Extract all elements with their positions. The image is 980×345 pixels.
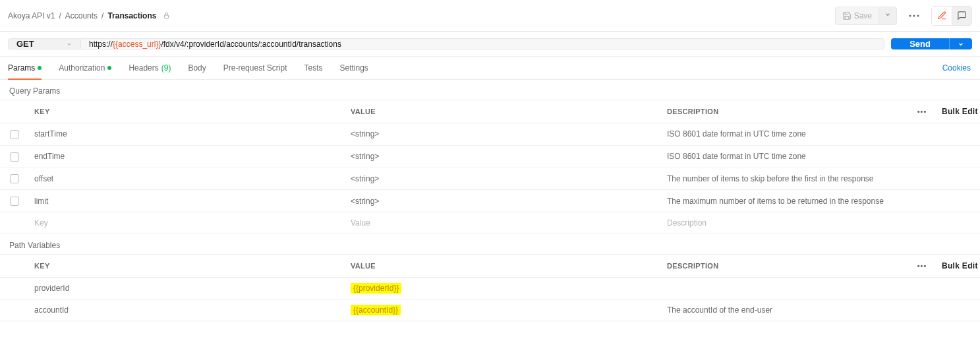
headers-count: (9) [161, 63, 171, 73]
cell-key-placeholder[interactable]: Key [29, 212, 345, 234]
url-input[interactable]: https://{{access_url}}/fdx/v4/:providerI… [80, 38, 884, 49]
table-row[interactable]: endTime<string>ISO 8601 date format in U… [0, 145, 980, 168]
cell-desc-placeholder[interactable]: Description [662, 212, 980, 234]
cell-description[interactable]: The accountId of the end-user [662, 299, 980, 321]
lock-icon [163, 12, 170, 19]
checkbox[interactable] [10, 197, 19, 206]
col-value: VALUE [345, 100, 662, 123]
save-group: Save [835, 7, 897, 25]
cell-value[interactable]: {{accountId}} [345, 299, 662, 321]
col-key: KEY [29, 255, 345, 278]
section-title-query: Query Params [0, 80, 980, 100]
table-row-new[interactable]: KeyValueDescription [0, 212, 980, 234]
more-icon: ••• [917, 262, 927, 270]
tab-settings[interactable]: Settings [340, 57, 368, 79]
request-url-row: GET https://{{access_url}}/fdx/v4/:provi… [0, 32, 980, 57]
status-dot-icon [38, 66, 42, 70]
cell-description[interactable]: ISO 8601 date format in UTC time zone [662, 145, 980, 168]
method-label: GET [16, 39, 34, 49]
url-part: https:// [89, 40, 113, 49]
tab-params[interactable]: Params [8, 57, 42, 79]
cell-value[interactable]: <string> [345, 190, 662, 212]
query-params-table: KEY VALUE DESCRIPTION ••• Bulk Edit star… [0, 100, 980, 234]
svg-point-2 [913, 15, 915, 16]
cell-description[interactable]: The maximum number of items to be return… [662, 190, 980, 212]
col-bulk[interactable]: Bulk Edit [937, 100, 980, 123]
cell-key[interactable]: startTime [29, 123, 345, 146]
more-actions-button[interactable] [904, 11, 925, 21]
cell-key[interactable]: endTime [29, 145, 345, 168]
cell-value-placeholder[interactable]: Value [345, 212, 662, 234]
tab-label: Headers [129, 63, 158, 73]
tab-headers[interactable]: Headers (9) [129, 57, 171, 79]
cell-key[interactable]: accountId [29, 299, 345, 321]
send-dropdown[interactable] [949, 38, 972, 49]
table-row[interactable]: limit<string>The maximum number of items… [0, 190, 980, 212]
table-row[interactable]: offset<string>The number of items to ski… [0, 168, 980, 190]
crumb-collection[interactable]: Akoya API v1 [8, 11, 55, 20]
tab-label: Authorization [59, 63, 105, 73]
send-group: Send [891, 38, 972, 49]
cell-value[interactable]: <string> [345, 123, 662, 146]
col-description: DESCRIPTION [662, 100, 908, 123]
url-variable: {{access_url}} [113, 40, 161, 49]
section-title-path: Path Variables [0, 234, 980, 254]
cell-key[interactable]: limit [29, 190, 345, 212]
tab-label: Params [8, 63, 35, 73]
col-key: KEY [29, 100, 345, 123]
col-options[interactable]: ••• [908, 255, 937, 278]
cell-value[interactable]: <string> [345, 168, 662, 190]
crumb-request[interactable]: Transactions [107, 11, 156, 20]
checkbox[interactable] [10, 174, 19, 183]
cell-description[interactable] [662, 278, 980, 299]
path-variables-table: KEY VALUE DESCRIPTION ••• Bulk Edit prov… [0, 254, 980, 321]
col-bulk[interactable]: Bulk Edit [937, 255, 980, 278]
table-row[interactable]: providerId{{providerId}} [0, 278, 980, 299]
more-icon: ••• [917, 108, 927, 115]
status-dot-icon [107, 66, 111, 70]
tab-body[interactable]: Body [188, 57, 206, 79]
cell-value[interactable]: <string> [345, 145, 662, 168]
checkbox[interactable] [10, 152, 19, 162]
cell-value[interactable]: {{providerId}} [345, 278, 662, 299]
save-label: Save [854, 11, 872, 20]
checkbox[interactable] [10, 130, 19, 139]
top-actions: Save [835, 6, 972, 26]
svg-rect-0 [165, 15, 169, 18]
send-button[interactable]: Send [891, 38, 949, 49]
col-options[interactable]: ••• [908, 100, 937, 123]
crumb-sep: / [59, 11, 61, 20]
breadcrumb: Akoya API v1 / Accounts / Transactions [8, 11, 170, 20]
cell-key[interactable]: providerId [29, 278, 345, 299]
col-value: VALUE [345, 255, 662, 278]
top-bar: Akoya API v1 / Accounts / Transactions S… [0, 0, 980, 32]
table-row[interactable]: accountId{{accountId}}The accountId of t… [0, 299, 980, 321]
edit-icon[interactable] [932, 7, 952, 25]
chevron-down-icon [66, 41, 72, 47]
save-icon [842, 11, 851, 20]
cell-key[interactable]: offset [29, 168, 345, 190]
col-description: DESCRIPTION [662, 255, 908, 278]
save-dropdown[interactable] [879, 7, 896, 24]
tab-tests[interactable]: Tests [304, 57, 322, 79]
save-button: Save [836, 7, 879, 24]
crumb-sep: / [101, 11, 103, 20]
url-part: /fdx/v4/:providerId/accounts/:accountId/… [161, 40, 341, 49]
comment-icon[interactable] [952, 7, 971, 25]
cell-description[interactable]: The number of items to skip before the f… [662, 168, 980, 190]
table-row[interactable]: startTime<string>ISO 8601 date format in… [0, 123, 980, 146]
cookies-link[interactable]: Cookies [941, 57, 972, 79]
svg-point-3 [917, 15, 919, 16]
cell-description[interactable]: ISO 8601 date format in UTC time zone [662, 123, 980, 146]
tab-authorization[interactable]: Authorization [59, 57, 111, 79]
crumb-folder[interactable]: Accounts [65, 11, 98, 20]
bulk-edit-link: Bulk Edit [942, 261, 978, 270]
col-check [0, 100, 29, 123]
method-select[interactable]: GET [8, 38, 80, 49]
right-icon-group [931, 6, 972, 26]
tabs-row: Params Authorization Headers (9) Body Pr… [0, 57, 980, 80]
bulk-edit-link: Bulk Edit [942, 107, 978, 116]
svg-point-1 [909, 15, 911, 16]
tab-prerequest[interactable]: Pre-request Script [223, 57, 287, 79]
tabs: Params Authorization Headers (9) Body Pr… [8, 57, 368, 79]
